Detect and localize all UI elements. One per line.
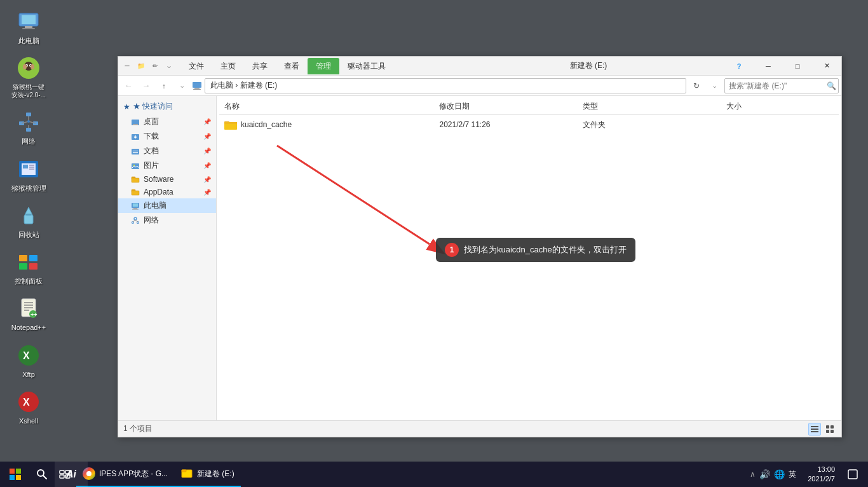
title-bar: ─ 📁 ✏ ⌵ 文件 主页 共享 查看 管理 驱动器工具 新建卷 (E:) ? … [118, 57, 841, 76]
tab-home[interactable]: 主页 [212, 58, 244, 74]
title-icon-btn-3[interactable]: ✏ [149, 60, 161, 72]
sidebar-appdata-label: AppData [144, 188, 173, 196]
taskbar-item-chrome[interactable]: IPES APP状态 - G... [76, 462, 174, 487]
svg-line-68 [135, 220, 138, 222]
status-text: 1 个项目 [123, 423, 153, 434]
back-button[interactable]: ← [121, 78, 136, 93]
col-type-header[interactable]: 类型 [583, 101, 726, 112]
svg-rect-25 [29, 167, 34, 168]
sidebar-item-download[interactable]: 下载 📌 [118, 129, 216, 144]
tab-drive-tools[interactable]: 驱动器工具 [339, 58, 394, 74]
title-icon-btn-2[interactable]: 📁 [135, 60, 147, 72]
search-input[interactable] [729, 81, 824, 90]
systray-network-icon[interactable]: 🌐 [774, 469, 785, 479]
taskbar-search-button[interactable] [31, 462, 53, 487]
sidebar-pictures-label: 图片 [144, 160, 159, 171]
svg-rect-32 [19, 263, 27, 270]
sidebar-network-label: 网络 [144, 215, 159, 226]
search-icon[interactable]: 🔍 [827, 81, 836, 90]
col-date-header[interactable]: 修改日期 [439, 101, 583, 112]
explorer-icon [180, 467, 193, 480]
address-path[interactable]: 此电脑 › 新建卷 (E:) [205, 78, 686, 93]
svg-point-11 [31, 64, 34, 69]
sidebar-item-docs[interactable]: 文档 📌 [118, 144, 216, 158]
svg-rect-33 [29, 263, 37, 270]
refresh-button[interactable]: ↻ [689, 78, 704, 93]
taskbar-items: IPES APP状态 - G... 新建卷 (E:) [76, 462, 746, 487]
quick-access-header[interactable]: ★ ★ 快速访问 [118, 99, 216, 114]
systray-icons: ∧ 🔊 🌐 英 [746, 469, 800, 480]
systray-lang-icon[interactable]: 英 [789, 469, 796, 480]
file-date-cell: 2021/2/7 11:26 [439, 120, 583, 129]
svg-rect-28 [24, 215, 33, 224]
svg-rect-57 [132, 178, 139, 182]
desktop-icon-monkey-mgr[interactable]: 猕猴桃管理 [6, 154, 51, 195]
svg-rect-1 [22, 15, 36, 24]
table-row[interactable]: kuaicdn_cache 2021/2/7 11:26 文件夹 [219, 115, 839, 135]
taskbar-item-explorer[interactable]: 新建卷 (E:) [174, 462, 241, 487]
svg-rect-83 [10, 475, 15, 480]
up-button[interactable]: ↑ [156, 78, 172, 93]
close-button[interactable]: ✕ [812, 57, 841, 76]
svg-point-20 [27, 120, 30, 123]
svg-text:++: ++ [31, 312, 37, 318]
col-name-header[interactable]: 名称 [224, 101, 439, 112]
maximize-button[interactable]: □ [783, 57, 812, 76]
taskbar-clock[interactable]: 13:00 2021/2/7 [803, 465, 840, 484]
help-button[interactable]: ? [724, 57, 754, 76]
start-button[interactable] [0, 462, 31, 487]
search-box[interactable]: 🔍 [724, 78, 839, 93]
desktop-icon-recycle[interactable]: 回收站 [6, 200, 51, 242]
sidebar-item-this-pc[interactable]: 此电脑 [118, 198, 216, 213]
address-dropdown[interactable]: ⌵ [707, 78, 722, 93]
minimize-button[interactable]: ─ [754, 57, 783, 76]
docs-folder-icon [131, 147, 140, 156]
desktop-icon-this-pc[interactable]: 此电脑 [6, 6, 51, 48]
sidebar: ★ ★ 快速访问 桌面 📌 下载 📌 文档 📌 [118, 96, 217, 420]
dropdown-arrow-btn[interactable]: ⌵ [174, 78, 189, 93]
sidebar-item-appdata[interactable]: AppData 📌 [118, 186, 216, 198]
tab-view[interactable]: 查看 [276, 58, 308, 74]
svg-rect-52 [133, 151, 138, 151]
desktop-icon-xshell[interactable]: X Xshell [6, 387, 51, 428]
desktop-icon-this-pc-label: 此电脑 [18, 36, 39, 45]
sidebar-item-network[interactable]: 网络 [118, 213, 216, 228]
desktop-icon-monkey-install[interactable]: 猕猴桃一键安装-v2.0-... [6, 53, 51, 102]
quick-access-label: ★ 快速访问 [133, 101, 173, 112]
tab-share[interactable]: 共享 [244, 58, 276, 74]
tab-file[interactable]: 文件 [180, 58, 212, 74]
svg-rect-15 [26, 128, 31, 132]
desktop-icon-xftp-label: Xftp [22, 370, 35, 379]
desktop-icon-notepad[interactable]: ++ Notepad++ [6, 293, 51, 334]
large-icon-view-button[interactable] [824, 423, 836, 436]
tab-manage[interactable]: 管理 [308, 58, 339, 74]
sidebar-item-software[interactable]: Software 📌 [118, 173, 216, 186]
this-pc-sidebar-icon [131, 202, 140, 210]
monkey-mgr-icon [16, 156, 41, 182]
svg-rect-72 [811, 426, 818, 427]
taskbar-explorer-label: 新建卷 (E:) [197, 469, 234, 479]
title-icon-btn-1[interactable]: ─ [121, 60, 133, 72]
desktop-icon-control-panel[interactable]: 控制面板 [6, 247, 51, 288]
sidebar-desktop-label: 桌面 [144, 116, 159, 127]
ai-area[interactable]: Ai [55, 462, 88, 487]
xftp-icon: X [16, 343, 41, 368]
sidebar-item-desktop[interactable]: 桌面 📌 [118, 114, 216, 129]
sidebar-item-pictures[interactable]: 图片 📌 [118, 158, 216, 173]
desktop-icon-xftp[interactable]: X Xftp [6, 340, 51, 381]
col-size-header[interactable]: 大小 [726, 101, 834, 112]
desktop-folder-icon [131, 118, 140, 127]
file-name-cell: kuaicdn_cache [224, 118, 439, 131]
sidebar-download-label: 下载 [144, 131, 159, 142]
svg-rect-63 [132, 209, 139, 209]
svg-rect-49 [133, 124, 138, 125]
systray-up-arrow[interactable]: ∧ [750, 470, 756, 479]
forward-button[interactable]: → [139, 78, 154, 93]
title-icon-btn-4[interactable]: ⌵ [163, 60, 175, 72]
notification-center-button[interactable] [843, 462, 863, 487]
svg-rect-53 [133, 152, 138, 153]
folder-icon [224, 118, 237, 131]
systray-volume-icon[interactable]: 🔊 [759, 469, 770, 479]
desktop-icon-network[interactable]: 网络 [6, 107, 51, 148]
detail-view-button[interactable] [808, 423, 821, 436]
